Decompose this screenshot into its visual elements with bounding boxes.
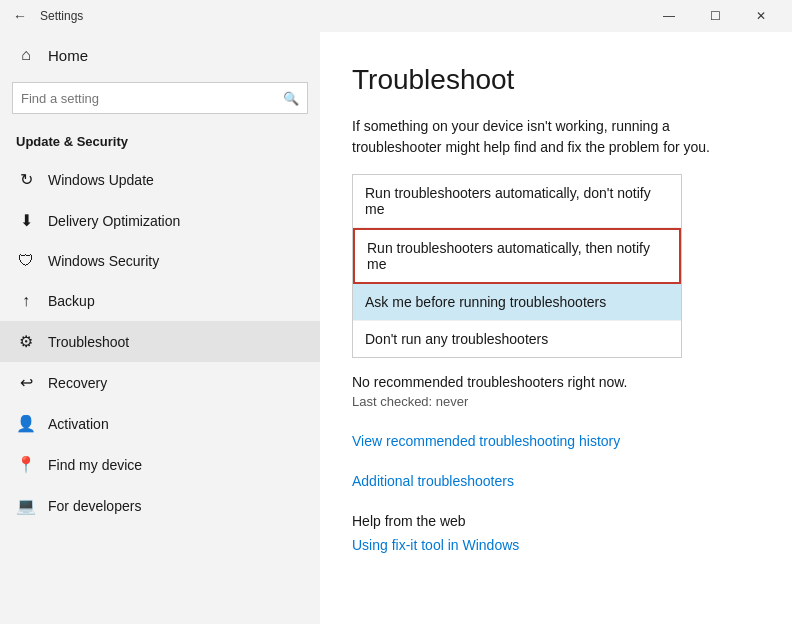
description-text: If something on your device isn't workin… [352,116,760,158]
minimize-button[interactable]: — [646,0,692,32]
sidebar-search-box[interactable]: 🔍 [12,82,308,114]
sidebar-item-label: Delivery Optimization [48,213,180,229]
troubleshoot-icon: ⚙ [16,332,36,351]
windows-security-icon: 🛡 [16,252,36,270]
sidebar-item-home[interactable]: ⌂ Home [0,32,320,78]
troubleshoot-dropdown[interactable]: Run troubleshooters automatically, don't… [352,174,682,358]
sidebar-item-troubleshoot[interactable]: ⚙ Troubleshoot [0,321,320,362]
view-history-link[interactable]: View recommended troubleshooting history [352,433,760,449]
search-input[interactable] [21,91,277,106]
sidebar-item-label: Activation [48,416,109,432]
sidebar-item-delivery-optimization[interactable]: ⬇ Delivery Optimization [0,200,320,241]
content-area: Troubleshoot If something on your device… [320,32,792,624]
page-title: Troubleshoot [352,64,760,96]
home-label: Home [48,47,88,64]
find-my-device-icon: 📍 [16,455,36,474]
sidebar-item-activation[interactable]: 👤 Activation [0,403,320,444]
using-fix-it-link[interactable]: Using fix-it tool in Windows [352,537,760,553]
back-button[interactable]: ← [8,4,32,28]
recovery-icon: ↩ [16,373,36,392]
dropdown-option-auto-notify[interactable]: Run troubleshooters automatically, then … [353,228,681,284]
sidebar-item-label: Recovery [48,375,107,391]
dropdown-option-ask-before[interactable]: Ask me before running troubleshooters [353,284,681,321]
main-layout: ⌂ Home 🔍 Update & Security ↻ Windows Upd… [0,32,792,624]
close-button[interactable]: ✕ [738,0,784,32]
sidebar-item-backup[interactable]: ↑ Backup [0,281,320,321]
help-from-web-label: Help from the web [352,513,760,529]
sidebar-item-recovery[interactable]: ↩ Recovery [0,362,320,403]
sidebar-item-label: Windows Security [48,253,159,269]
back-icon: ← [13,8,27,24]
dropdown-list: Run troubleshooters automatically, don't… [352,174,682,358]
dropdown-option-dont-run[interactable]: Don't run any troubleshooters [353,321,681,357]
sidebar-item-label: Find my device [48,457,142,473]
home-icon: ⌂ [16,46,36,64]
additional-troubleshooters-link[interactable]: Additional troubleshooters [352,473,760,489]
title-bar: ← Settings — ☐ ✕ [0,0,792,32]
for-developers-icon: 💻 [16,496,36,515]
sidebar-item-label: For developers [48,498,141,514]
help-from-web-section: Help from the web Using fix-it tool in W… [352,513,760,553]
activation-icon: 👤 [16,414,36,433]
sidebar-item-label: Backup [48,293,95,309]
delivery-optimization-icon: ⬇ [16,211,36,230]
sidebar-item-windows-update[interactable]: ↻ Windows Update [0,159,320,200]
sidebar-section-title: Update & Security [0,126,320,159]
sidebar-item-for-developers[interactable]: 💻 For developers [0,485,320,526]
no-troubleshooters-text: No recommended troubleshooters right now… [352,374,760,390]
dropdown-option-auto-dont-notify[interactable]: Run troubleshooters automatically, don't… [353,175,681,228]
sidebar-item-label: Troubleshoot [48,334,129,350]
info-section: No recommended troubleshooters right now… [352,374,760,409]
sidebar-item-windows-security[interactable]: 🛡 Windows Security [0,241,320,281]
app-title: Settings [40,9,83,23]
sidebar-item-find-my-device[interactable]: 📍 Find my device [0,444,320,485]
maximize-button[interactable]: ☐ [692,0,738,32]
window-controls: — ☐ ✕ [646,0,784,32]
search-icon: 🔍 [283,91,299,106]
last-checked-text: Last checked: never [352,394,760,409]
backup-icon: ↑ [16,292,36,310]
sidebar: ⌂ Home 🔍 Update & Security ↻ Windows Upd… [0,32,320,624]
windows-update-icon: ↻ [16,170,36,189]
sidebar-item-label: Windows Update [48,172,154,188]
